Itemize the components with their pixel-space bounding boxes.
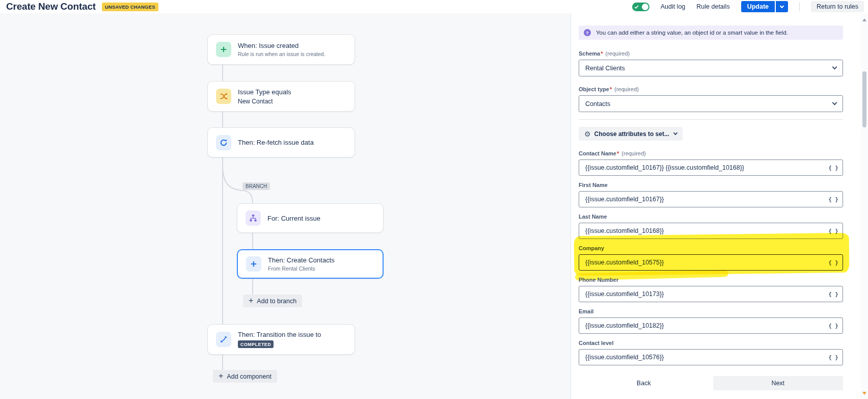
- object-type-select[interactable]: Contacts: [579, 95, 843, 112]
- smart-value-braces-icon[interactable]: { }: [824, 228, 838, 234]
- field-row-company: Company {{issue.customfield_10575}} { }: [579, 245, 843, 271]
- status-badge: COMPLETED: [238, 340, 274, 348]
- field-row-first-name: First Name {{issue.customfield_10167}} {…: [579, 182, 843, 207]
- object-type-label: Object type* (required): [579, 86, 843, 92]
- divider: [799, 2, 800, 11]
- action-config-panel: ? You can add either a string value, an …: [571, 13, 860, 399]
- vertical-scrollbar[interactable]: [861, 13, 868, 399]
- flow-node-condition[interactable]: Issue Type equals New Contact: [207, 81, 355, 112]
- first-name-input[interactable]: {{issue.customfield_10167}} { }: [579, 191, 843, 207]
- smart-value-braces-icon[interactable]: { }: [824, 196, 838, 203]
- schema-label: Schema* (required): [579, 50, 843, 57]
- schema-value: Rental Clients: [585, 65, 625, 72]
- node-subtitle: New Contact: [238, 98, 291, 105]
- object-type-value: Contacts: [585, 100, 610, 108]
- choose-attributes-label: Choose attributes to set...: [594, 130, 669, 138]
- flow-node-create-contacts[interactable]: Then: Create Contacts From Rental Client…: [237, 249, 384, 279]
- scrollbar-thumb[interactable]: [862, 71, 866, 127]
- phone-number-input[interactable]: {{issue.customfield_10173}} { }: [579, 286, 843, 302]
- smart-value-braces-icon[interactable]: { }: [824, 354, 838, 361]
- field-row-contact-level: Contact level {{issue.customfield_10576}…: [579, 340, 843, 365]
- rule-flow-canvas: When: Issue created Rule is run when an …: [0, 13, 571, 399]
- unsaved-changes-badge: UNSAVED CHANGES: [102, 3, 158, 11]
- input-value: {{issue.customfield_10167}} {{issue.cust…: [585, 164, 744, 171]
- plus-icon: [216, 42, 231, 57]
- return-to-rules-button[interactable]: Return to rules: [811, 1, 864, 12]
- node-subtitle: From Rental Clients: [268, 265, 335, 272]
- node-title: Then: Create Contacts: [268, 256, 335, 264]
- field-row-phone-number: Phone Number {{issue.customfield_10173}}…: [579, 277, 843, 302]
- info-banner-text: You can add either a string value, an ob…: [596, 30, 788, 36]
- divider: [579, 119, 843, 120]
- update-dropdown-button[interactable]: [776, 1, 788, 12]
- input-value: {{issue.customfield_10167}}: [585, 196, 664, 203]
- chevron-down-icon: [832, 100, 837, 105]
- node-title: Issue Type equals: [238, 88, 291, 96]
- chevron-down-icon: [673, 131, 677, 135]
- field-row-email: Email {{issue.customfield_10182}} { }: [579, 308, 843, 334]
- scroll-up-arrow-icon[interactable]: [862, 18, 866, 21]
- plus-icon: +: [219, 372, 223, 380]
- audit-log-link[interactable]: Audit log: [661, 3, 686, 10]
- company-input[interactable]: {{issue.customfield_10575}} { }: [579, 254, 843, 271]
- rule-details-link[interactable]: Rule details: [696, 3, 729, 10]
- input-value: {{issue.customfield_10182}}: [585, 322, 664, 329]
- hierarchy-icon: [246, 210, 261, 226]
- field-label: Contact level: [579, 340, 843, 346]
- gear-icon: ⚙: [584, 130, 591, 138]
- plus-icon: [246, 256, 261, 272]
- input-value: {{issue.customfield_10168}}: [585, 227, 664, 234]
- smart-value-braces-icon[interactable]: { }: [824, 259, 838, 266]
- field-row-contact-name: Contact Name* (required) {{issue.customf…: [579, 150, 843, 176]
- contact-level-input[interactable]: {{issue.customfield_10576}} { }: [579, 349, 843, 365]
- question-icon: ?: [584, 29, 591, 36]
- flow-node-trigger[interactable]: When: Issue created Rule is run when an …: [207, 34, 355, 65]
- flow-node-transition[interactable]: Then: Transition the issue to COMPLETED: [207, 324, 355, 355]
- input-value: {{issue.customfield_10576}}: [585, 354, 664, 361]
- toggle-knob: [642, 4, 648, 10]
- schema-select[interactable]: Rental Clients: [579, 60, 843, 76]
- input-value: {{issue.customfield_10575}}: [585, 259, 664, 266]
- input-value: {{issue.customfield_10173}}: [585, 290, 664, 298]
- add-component-button[interactable]: + Add component: [213, 370, 277, 383]
- node-title: Then: Re-fetch issue data: [238, 139, 314, 146]
- smart-value-braces-icon[interactable]: { }: [824, 291, 838, 298]
- scroll-down-arrow-icon[interactable]: [862, 392, 866, 395]
- shuffle-icon: [216, 89, 231, 104]
- flow-node-branch-for[interactable]: For: Current issue: [237, 203, 384, 233]
- chevron-down-icon: [832, 65, 837, 70]
- node-title: When: Issue created: [238, 42, 326, 49]
- add-to-branch-label: Add to branch: [257, 298, 296, 305]
- email-input[interactable]: {{issue.customfield_10182}} { }: [579, 317, 843, 334]
- check-icon: [634, 5, 639, 9]
- transition-icon: [216, 332, 231, 347]
- refresh-icon: [216, 135, 231, 150]
- field-label: Email: [579, 308, 843, 314]
- last-name-input[interactable]: {{issue.customfield_10168}} { }: [579, 223, 843, 239]
- field-row-last-name: Last Name {{issue.customfield_10168}} { …: [579, 214, 843, 239]
- flow-node-refetch[interactable]: Then: Re-fetch issue data: [207, 127, 355, 157]
- add-component-label: Add component: [227, 373, 272, 380]
- node-title: Then: Transition the issue to: [238, 331, 321, 338]
- back-button[interactable]: Back: [579, 376, 709, 390]
- chevron-down-icon: [780, 4, 784, 8]
- add-to-branch-button[interactable]: + Add to branch: [243, 295, 302, 307]
- field-label: First Name: [579, 182, 843, 188]
- choose-attributes-button[interactable]: ⚙ Choose attributes to set...: [579, 127, 683, 141]
- field-label: Company: [579, 245, 843, 251]
- branch-label: BRANCH: [242, 182, 270, 190]
- field-label: Phone Number: [579, 277, 843, 283]
- page-title: Create New Contact: [6, 1, 96, 12]
- update-button[interactable]: Update: [741, 1, 775, 12]
- next-button[interactable]: Next: [713, 376, 844, 390]
- smart-value-braces-icon[interactable]: { }: [824, 165, 838, 171]
- top-bar: Create New Contact UNSAVED CHANGES Audit…: [0, 0, 868, 13]
- node-title: For: Current issue: [267, 215, 320, 222]
- smart-value-braces-icon[interactable]: { }: [824, 323, 838, 329]
- contact-name-input[interactable]: {{issue.customfield_10167}} {{issue.cust…: [579, 159, 843, 176]
- plus-icon: +: [249, 297, 253, 305]
- rule-enabled-toggle[interactable]: [632, 3, 649, 11]
- info-banner: ? You can add either a string value, an …: [579, 25, 843, 40]
- field-label: Last Name: [579, 214, 843, 220]
- field-label: Contact Name* (required): [579, 150, 843, 156]
